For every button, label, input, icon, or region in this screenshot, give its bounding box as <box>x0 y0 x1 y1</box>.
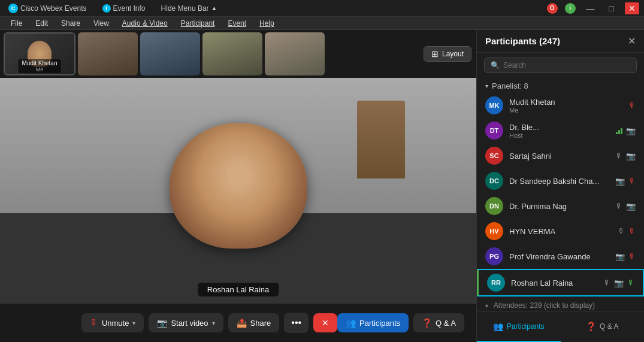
controls-right: 👥 Participants ❓ Q & A <box>337 313 464 332</box>
participant-icons: 🎙 🎙 <box>618 227 636 235</box>
participant-icons: 🎙 📷 <box>615 202 636 211</box>
participant-item[interactable]: HV HYN VERMA 🎙 🎙 <box>477 219 644 244</box>
panelist-chevron-icon: ▾ <box>485 83 488 89</box>
event-info-button[interactable]: i Event Info <box>98 3 150 14</box>
menubar: File Edit Share View Audio & Video Parti… <box>0 17 644 30</box>
participants-button[interactable]: 👥 Participants <box>337 313 409 332</box>
video-icon: 📷 <box>615 252 625 261</box>
attendees-label: Attendees: 239 (click to display) <box>494 301 595 310</box>
participant-name: HYN VERMA <box>509 227 612 236</box>
participant-name: Dr. Ble... <box>509 123 610 132</box>
video-speaker-label: Roshan Lal Raina <box>198 283 279 296</box>
participant-name: Mudit Khetan <box>509 98 622 107</box>
attendees-row[interactable]: ▾ Attendees: 239 (click to display) <box>477 296 644 311</box>
menu-participant[interactable]: Participant <box>175 18 221 29</box>
participant-icons: 🎙 📷 <box>615 152 636 161</box>
participant-name: Prof Virendra Gawande <box>509 252 609 261</box>
app-name-label: Cisco Webex Events <box>20 4 87 13</box>
video-icon: 📷 <box>626 202 636 211</box>
maximize-button[interactable]: □ <box>606 2 618 14</box>
layout-button[interactable]: ⊞ Layout <box>424 46 471 62</box>
participant-item[interactable]: DN Dr. Purnima Nag 🎙 📷 <box>477 193 644 219</box>
mic-icon: 🎙 <box>615 152 622 160</box>
cisco-logo-icon: C <box>8 4 18 13</box>
event-info-dot-icon: i <box>102 4 111 13</box>
video-icon: 📷 <box>626 126 636 135</box>
main-video: Roshan Lal Raina <box>0 78 476 304</box>
start-video-button[interactable]: 📷 Start video ▾ <box>149 313 223 332</box>
participant-item[interactable]: MK Mudit Khetan Me 🎙 <box>477 93 644 118</box>
hide-menu-bar-button[interactable]: Hide Menu Bar ▲ <box>158 3 221 14</box>
participant-info: Dr. Purnima Nag <box>509 202 609 211</box>
participant-avatar: PG <box>485 247 503 265</box>
menu-share[interactable]: Share <box>55 18 86 29</box>
more-icon: ••• <box>291 317 301 328</box>
main-content: Mudit Khetan Me ⊞ Layout <box>0 30 644 342</box>
titlebar: C Cisco Webex Events i Event Info Hide M… <box>0 0 644 17</box>
participant-avatar: DN <box>485 197 503 215</box>
menu-view[interactable]: View <box>87 18 115 29</box>
cisco-webex-events-btn[interactable]: C Cisco Webex Events <box>5 2 90 14</box>
panel-close-button[interactable]: ✕ <box>628 37 636 46</box>
participant-item[interactable]: RR Roshan Lal Raina 🎙 📷 🎙 <box>477 269 644 296</box>
menu-help[interactable]: Help <box>253 18 280 29</box>
participant-avatar: DT <box>485 122 503 140</box>
participant-avatar: MK <box>485 96 503 114</box>
participant-item[interactable]: DC Dr Sandeep Bakshi Cha... 📷 🎙 <box>477 168 644 193</box>
search-input[interactable] <box>503 61 630 69</box>
tab-participants[interactable]: 👥 Participants <box>477 311 561 342</box>
tab-qa[interactable]: ❓ Q & A <box>561 311 645 342</box>
share-button[interactable]: 📤 Share <box>228 313 280 332</box>
participant-icons: 📷 🎙 <box>615 252 636 261</box>
mic-icon: 🎙 <box>603 279 610 287</box>
user-avatar-1: O <box>547 3 558 14</box>
end-call-icon: ✕ <box>322 318 329 328</box>
event-info-label: Event Info <box>113 4 146 13</box>
mic-active-icon: 🎙 <box>627 279 634 287</box>
thumbnail-5[interactable] <box>265 32 325 75</box>
titlebar-left: C Cisco Webex Events i Event Info Hide M… <box>5 2 221 14</box>
participant-item[interactable]: PG Prof Virendra Gawande 📷 🎙 <box>477 244 644 269</box>
qa-icon: ❓ <box>422 318 432 328</box>
participant-name: Dr Sandeep Bakshi Cha... <box>509 177 609 186</box>
participant-item[interactable]: DT Dr. Ble... Host 📷 <box>477 118 644 143</box>
participant-info: Prof Virendra Gawande <box>509 252 609 261</box>
thumbnail-3[interactable] <box>140 32 200 75</box>
more-options-button[interactable]: ••• <box>284 313 309 333</box>
thumb-label-self: Mudit Khetan Me <box>19 59 61 73</box>
chevron-up-icon: ▲ <box>211 5 217 11</box>
participant-icons: 📷 <box>616 126 636 135</box>
qa-tab-label: Q & A <box>600 322 618 331</box>
thumbnail-2[interactable] <box>78 32 138 75</box>
participant-avatar: RR <box>487 274 505 292</box>
menu-event[interactable]: Event <box>222 18 252 29</box>
participant-name: Roshan Lal Raina <box>511 279 597 287</box>
panelist-label: Panelist: 8 <box>492 81 528 90</box>
minimize-button[interactable]: — <box>583 2 598 14</box>
video-off-icon: 📷 <box>157 318 167 328</box>
participant-info: HYN VERMA <box>509 227 612 236</box>
share-label: Share <box>250 319 271 328</box>
participant-name: Dr. Purnima Nag <box>509 202 609 211</box>
thumbnail-4[interactable] <box>202 32 262 75</box>
signal-icon <box>616 127 622 134</box>
panel-title: Participants (247) <box>485 36 560 46</box>
menu-file[interactable]: File <box>5 18 28 29</box>
qa-button[interactable]: ❓ Q & A <box>413 313 464 332</box>
qa-tab-icon: ❓ <box>586 322 596 331</box>
mic-off-icon: 🎙 <box>90 318 98 328</box>
participant-item[interactable]: SC Sartaj Sahni 🎙 📷 <box>477 143 644 168</box>
video-icon: 📷 <box>615 177 625 186</box>
close-button[interactable]: ✕ <box>625 2 639 14</box>
controls-center: 🎙 Unmute ▾ 📷 Start video ▾ 📤 Share • <box>81 313 337 333</box>
unmute-button[interactable]: 🎙 Unmute ▾ <box>81 313 144 332</box>
participants-tab-label: Participants <box>507 322 545 331</box>
menu-audio-video[interactable]: Audio & Video <box>116 18 174 29</box>
mic-icon: 🎙 <box>618 227 625 235</box>
end-call-button[interactable]: ✕ <box>313 313 337 332</box>
search-box: 🔍 <box>484 57 637 73</box>
panelist-section-header[interactable]: ▾ Panelist: 8 <box>477 78 644 93</box>
thumbnail-self[interactable]: Mudit Khetan Me <box>4 32 75 75</box>
layout-grid-icon: ⊞ <box>431 49 439 59</box>
menu-edit[interactable]: Edit <box>29 18 54 29</box>
